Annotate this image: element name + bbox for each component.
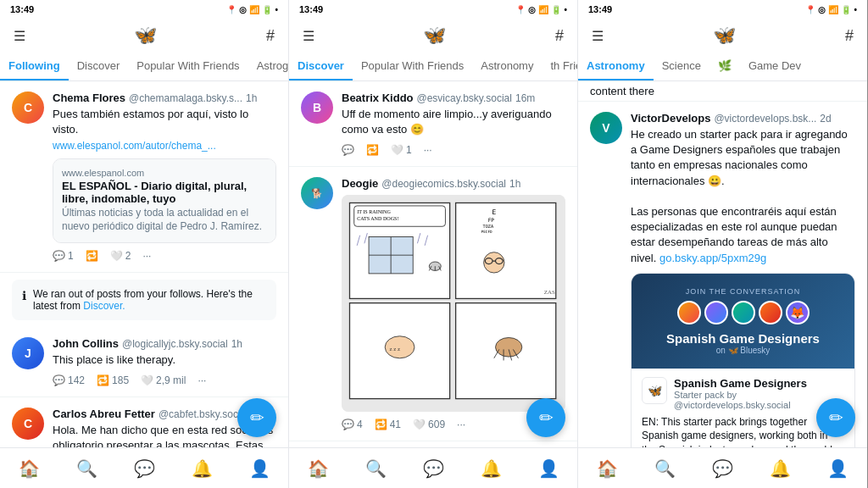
text-john: This place is like therapy. [53,352,276,368]
handle-beatrix: @esvicay.bsky.social [417,92,512,104]
top-bar-right: ☰ 🦋 # [578,19,867,53]
svg-point-29 [496,338,522,358]
post-header-john: John Collins @logicallyjc.bsky.social 1h [53,337,276,350]
menu-icon-right[interactable]: ☰ [592,28,604,44]
svg-rect-15 [456,203,556,299]
more-btn-chema[interactable]: ··· [142,250,151,262]
tab-astrog[interactable]: Astrog [248,53,288,80]
status-icons-left: 📍◎📶🔋• [226,5,278,14]
nav-bell-right[interactable]: 🔔 [770,458,791,479]
nav-bell-mid[interactable]: 🔔 [481,458,502,479]
avatar-deogie[interactable]: 🐕 [301,177,333,209]
svg-text:TOZA: TOZA [483,224,494,229]
author-chema: Chema Flores [53,92,125,104]
repost-btn-chema[interactable]: 🔁 [86,250,98,262]
feed-right: content there V VictorDevelops @victorde… [578,81,867,447]
hash-icon-mid[interactable]: # [555,27,564,45]
bottom-nav-right: 🏠 🔍 💬 🔔 👤 [578,447,867,488]
fab-mid[interactable]: ✏ [526,398,565,437]
time-john: 1h [231,338,242,350]
avatar-chema[interactable]: C [12,92,44,124]
tab-discover-mid[interactable]: Discover [289,53,353,80]
tab-following[interactable]: Following [0,53,69,80]
butterfly-logo-left[interactable]: 🦋 [134,25,157,47]
tabs-bar-right: Astronomy Science 🌿 Game Dev [578,53,867,81]
tab-popular-mid[interactable]: Popular With Friends [353,53,472,80]
tab-astronomy-right[interactable]: Astronomy [578,53,654,80]
nav-chat-left[interactable]: 💬 [134,458,155,479]
svg-text:ZAS: ZAS [544,290,555,297]
post-header-victor: VictorDevelops @victordevelops.bsk... 2d [631,112,855,125]
like-btn-john[interactable]: 🤍 2,9 mil [141,374,186,386]
avatar-john[interactable]: J [12,337,44,369]
like-btn-chema[interactable]: 🤍 2 [110,250,131,262]
nav-bell-left[interactable]: 🔔 [192,458,213,479]
tab-discover-left[interactable]: Discover [69,53,129,80]
fab-right[interactable]: ✏ [816,398,855,437]
more-btn-deogie[interactable]: ··· [457,419,465,430]
go-link-victor[interactable]: go.bsky.app/5pxm29g [659,252,766,264]
like-btn-beatrix[interactable]: 🤍 1 [391,144,412,156]
reply-btn-beatrix[interactable]: 💬 [342,144,354,156]
nav-home-mid[interactable]: 🏠 [308,458,329,479]
sp-desc: EN: This starter pack brings together Sp… [642,415,844,447]
time-deogie: 1h [509,178,520,190]
tab-th-friends[interactable]: th Friends [542,53,577,80]
tab-astronomy-mid[interactable]: Astronomy [472,53,542,80]
fab-left[interactable]: ✏ [237,398,276,437]
status-bar-left: 13:49 📍◎📶🔋• [0,0,288,19]
avatar-victor[interactable]: V [590,112,622,144]
sp-av-1 [677,301,701,324]
menu-icon-mid[interactable]: ☰ [303,28,314,44]
bottom-nav-left: 🏠 🔍 💬 🔔 👤 [0,447,288,488]
more-btn-beatrix[interactable]: ··· [424,144,432,156]
avatar-carlos[interactable]: C [12,408,44,440]
repost-btn-john[interactable]: 🔁 185 [97,374,129,386]
more-btn-john[interactable]: ··· [198,374,206,386]
sp-row: 🦋 Spanish Game Designers Starter pack by… [642,377,844,410]
sp-av-4 [759,301,782,324]
hash-icon-left[interactable]: # [266,27,275,45]
repost-btn-deogie[interactable]: 🔁 41 [375,419,401,430]
svg-text:IT IS RAINING: IT IS RAINING [357,209,391,214]
hash-icon-right[interactable]: # [845,27,854,45]
nav-search-mid[interactable]: 🔍 [365,458,387,479]
butterfly-logo-mid[interactable]: 🦋 [423,25,446,47]
reply-btn-deogie[interactable]: 💬 4 [342,419,363,430]
nav-search-right[interactable]: 🔍 [654,458,676,479]
butterfly-logo-right[interactable]: 🦋 [713,25,736,47]
nav-chat-mid[interactable]: 💬 [423,458,444,479]
svg-text:E: E [492,209,496,217]
nav-profile-mid[interactable]: 👤 [538,458,559,479]
nav-profile-right[interactable]: 👤 [827,458,849,479]
tab-plant[interactable]: 🌿 [709,53,740,80]
tab-popular-friends-left[interactable]: Popular With Friends [128,53,248,80]
actions-beatrix: 💬 🔁 🤍 1 ··· [342,144,565,156]
top-bar-left: ☰ 🦋 # [0,19,288,53]
feed-mid: B Beatrix Kiddo @esvicay.bsky.social 16m… [289,81,577,447]
handle-john: @logicallyjc.bsky.social [122,338,228,350]
handle-carlos: @cabfet.bsky.soc... [159,408,247,420]
avatar-beatrix[interactable]: B [301,92,333,124]
handle-chema: @chemamalaga.bsky.s... [129,92,242,104]
post-content-deogie: Deogie @deogiecomics.bsky.social 1h IT I… [342,177,565,430]
nav-home-right[interactable]: 🏠 [597,458,618,479]
intro-text: content there [578,81,867,102]
nav-chat-right[interactable]: 💬 [712,458,733,479]
tab-gamedev[interactable]: Game Dev [740,53,810,80]
reply-btn-chema[interactable]: 💬 1 [53,250,74,262]
nav-profile-left[interactable]: 👤 [249,458,270,479]
post-deogie: 🐕 Deogie @deogiecomics.bsky.social 1h [289,167,577,441]
tab-science[interactable]: Science [654,53,709,80]
menu-icon-left[interactable]: ☰ [14,28,25,44]
discover-link[interactable]: Discover. [83,300,125,312]
link-chema[interactable]: www.elespanol.com/autor/chema_... [53,140,276,152]
text-beatrix: Uff de momento aire limpio...y averiguan… [342,107,565,137]
nav-home-left[interactable]: 🏠 [19,458,40,479]
post-content-beatrix: Beatrix Kiddo @esvicay.bsky.social 16m U… [342,92,565,156]
like-btn-deogie[interactable]: 🤍 609 [413,419,445,430]
nav-search-left[interactable]: 🔍 [76,458,97,479]
reply-btn-john[interactable]: 💬 142 [53,374,85,386]
svg-point-20 [484,252,504,273]
repost-btn-beatrix[interactable]: 🔁 [366,144,379,156]
